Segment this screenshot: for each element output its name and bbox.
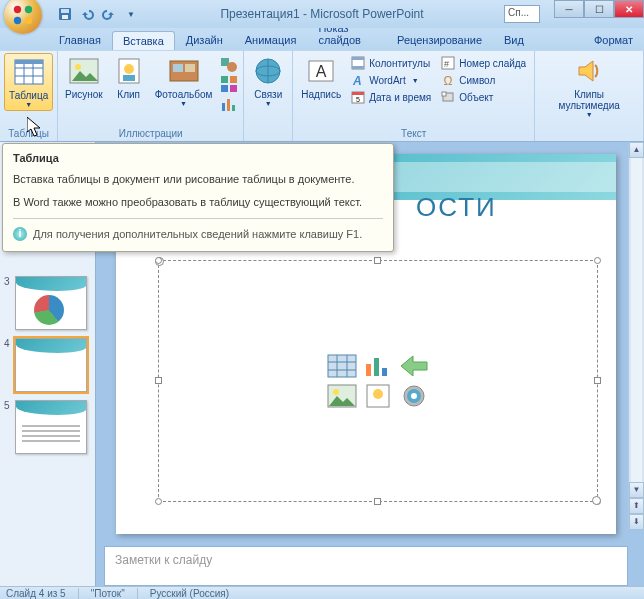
tab-home[interactable]: Главная [48,30,112,50]
text-column-1: Колонтитулы AWordArt▼ 5Дата и время [347,53,435,105]
status-bar: Слайд 4 из 5 "Поток" Русский (Россия) [0,586,644,599]
insert-media-icon[interactable] [399,384,429,408]
resize-handle[interactable] [155,257,162,264]
chart-icon[interactable] [220,95,238,113]
svg-rect-12 [15,60,43,64]
title-bar: ▼ Презентация1 - Microsoft PowerPoint Сп… [0,0,644,28]
content-placeholder[interactable] [158,260,598,502]
table-icon [13,56,45,88]
svg-rect-24 [230,76,237,83]
picture-button[interactable]: Рисунок [61,53,107,102]
media-clips-button[interactable]: Клипы мультимедиа ▼ [539,53,639,120]
table-button[interactable]: Таблица ▼ [4,53,53,111]
notes-pane[interactable]: Заметки к слайду [104,546,628,586]
textbox-icon: A [305,55,337,87]
resize-handle[interactable] [374,257,381,264]
qat-dropdown-icon[interactable]: ▼ [122,5,140,23]
quick-access-toolbar: ▼ [56,5,140,23]
scroll-track[interactable] [631,158,642,482]
insert-smartart-icon[interactable] [399,354,429,378]
svg-text:Ω: Ω [444,74,453,87]
resize-handle[interactable] [155,498,162,505]
textbox-button[interactable]: A Надпись [297,53,345,102]
svg-rect-53 [374,358,379,376]
svg-rect-17 [123,75,135,81]
tab-review[interactable]: Рецензирование [386,30,493,50]
minimize-button[interactable]: ─ [554,0,584,18]
insert-chart-icon[interactable] [363,354,393,378]
insert-clipart-icon[interactable] [363,384,393,408]
resize-handle[interactable] [155,377,162,384]
slide-number-icon: # [441,56,455,70]
next-slide-button[interactable]: ⬇ [629,514,644,530]
svg-rect-47 [328,355,356,377]
tab-design[interactable]: Дизайн [175,30,234,50]
tooltip-title: Таблица [13,152,383,164]
svg-rect-40 [352,92,364,95]
redo-icon[interactable] [100,5,118,23]
thumb-row[interactable]: 4 [0,334,95,396]
header-footer-button[interactable]: Колонтитулы [347,55,435,71]
insert-picture-icon[interactable] [327,384,357,408]
tab-animation[interactable]: Анимация [234,30,308,50]
date-time-button[interactable]: 5Дата и время [347,89,435,105]
shapes-icon[interactable] [220,55,238,73]
wordart-icon: A [351,73,365,87]
object-button[interactable]: Объект [437,89,530,105]
svg-point-61 [411,393,417,399]
help-search-input[interactable]: Сп... [504,5,540,23]
scroll-up-button[interactable]: ▲ [629,142,644,158]
resize-handle[interactable] [594,377,601,384]
maximize-button[interactable]: ☐ [584,0,614,18]
slide-title-fragment: ОСТИ [416,192,497,223]
slide-number-button[interactable]: #Номер слайда [437,55,530,71]
object-icon [441,90,455,104]
smartart-icon[interactable] [220,75,238,93]
thumb-row[interactable]: 5 [0,396,95,458]
resize-handle[interactable] [594,257,601,264]
tab-insert[interactable]: Вставка [112,31,175,50]
picture-icon [68,55,100,87]
symbol-button[interactable]: ΩСимвол [437,72,530,88]
prev-slide-button[interactable]: ⬆ [629,498,644,514]
status-slide-number: Слайд 4 из 5 [6,588,79,599]
svg-point-56 [333,389,339,395]
slide-thumb-5[interactable] [15,400,87,454]
svg-text:A: A [316,63,327,80]
save-icon[interactable] [56,5,74,23]
wordart-button[interactable]: AWordArt▼ [347,72,435,88]
svg-rect-52 [366,364,371,376]
svg-point-14 [75,64,81,70]
resize-handle[interactable] [374,498,381,505]
insert-table-icon[interactable] [327,354,357,378]
speaker-icon [573,55,605,87]
thumb-row[interactable]: 3 [0,272,95,334]
clip-icon [113,55,145,87]
group-tables: Таблица ▼ Таблицы [0,51,58,141]
vertical-scrollbar[interactable]: ▲ ▼ ⬆ ⬇ [628,142,644,530]
group-links: Связи ▼ [244,51,293,141]
photoalbum-button[interactable]: Фотоальбом ▼ [151,53,217,109]
tooltip-footer: i Для получения дополнительных сведений … [13,218,383,241]
status-language: Русский (Россия) [150,588,229,599]
svg-rect-25 [221,85,228,92]
info-icon: i [13,227,27,241]
svg-rect-36 [352,57,364,60]
chevron-down-icon: ▼ [265,100,272,107]
illustrations-small [218,53,240,115]
svg-rect-37 [352,66,364,69]
links-button[interactable]: Связи ▼ [248,53,288,109]
scroll-down-button[interactable]: ▼ [629,482,644,498]
svg-rect-29 [232,105,235,111]
tab-view[interactable]: Вид [493,30,535,50]
svg-rect-28 [227,99,230,111]
resize-handle[interactable] [594,498,601,505]
chevron-down-icon: ▼ [586,111,593,118]
slide-thumb-4[interactable] [15,338,87,392]
tab-format[interactable]: Формат [583,30,644,50]
undo-icon[interactable] [78,5,96,23]
window-buttons: ─ ☐ ✕ [554,0,644,18]
close-button[interactable]: ✕ [614,0,644,18]
clip-button[interactable]: Клип [109,53,149,102]
slide-thumb-3[interactable] [15,276,87,330]
